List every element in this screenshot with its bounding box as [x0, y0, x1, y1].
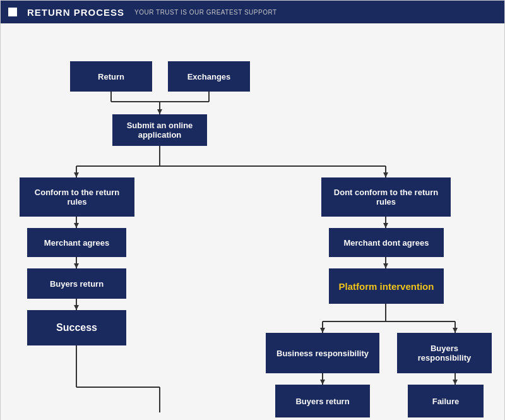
header: RETURN PROCESS YOUR TRUST IS OUR GREATES… [1, 1, 504, 23]
svg-marker-31 [320, 380, 325, 385]
merchant-agrees-box: Merchant agrees [27, 228, 126, 257]
page-title: RETURN PROCESS [27, 7, 124, 18]
buyers-return-left-box: Buyers return [27, 268, 126, 299]
svg-marker-33 [453, 380, 458, 385]
svg-marker-27 [320, 328, 325, 333]
header-icon [8, 8, 17, 16]
success-box: Success [27, 310, 126, 345]
svg-marker-29 [453, 328, 458, 333]
page-subtitle: YOUR TRUST IS OUR GREATEST SUPPORT [134, 9, 277, 16]
svg-marker-23 [383, 263, 388, 268]
platform-box: Platform intervention [329, 268, 444, 304]
buyers-responsibility-box: Buyers responsibility [397, 333, 492, 373]
svg-marker-21 [383, 223, 388, 228]
flowchart: Return Exchanges Submit an online applic… [13, 33, 493, 419]
svg-marker-10 [383, 172, 388, 177]
buyers-return-right-box: Buyers return [275, 385, 370, 417]
svg-marker-12 [74, 223, 79, 228]
dont-conform-box: Dont conform to the return rules [321, 177, 451, 217]
conform-box: Conform to the return rules [20, 177, 134, 217]
svg-marker-8 [74, 172, 79, 177]
exchanges-box: Exchanges [168, 61, 250, 92]
business-responsibility-box: Business responsibility [266, 333, 379, 373]
failure-box: Failure [408, 385, 484, 417]
submit-box: Submit an online application [112, 114, 207, 146]
svg-marker-14 [74, 263, 79, 268]
page-wrapper: RETURN PROCESS YOUR TRUST IS OUR GREATES… [0, 0, 505, 420]
return-box: Return [70, 61, 152, 92]
merchant-dont-box: Merchant dont agrees [329, 228, 444, 257]
main-content: Return Exchanges Submit an online applic… [1, 23, 504, 420]
svg-marker-16 [74, 305, 79, 310]
svg-marker-4 [157, 109, 162, 114]
